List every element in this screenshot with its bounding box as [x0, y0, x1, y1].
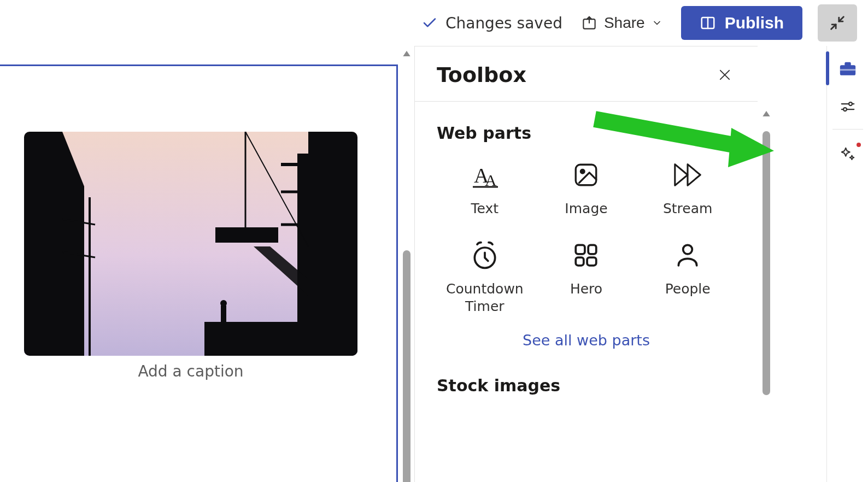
svg-point-42: [849, 102, 852, 105]
svg-rect-35: [588, 257, 597, 266]
webpart-text[interactable]: A A Text: [437, 159, 533, 218]
svg-rect-39: [844, 62, 851, 66]
chevron-down-icon: [652, 17, 662, 28]
svg-rect-40: [840, 69, 855, 70]
publish-label: Publish: [725, 14, 784, 32]
scroll-up-icon: [761, 108, 772, 119]
webparts-grid: A A Text Image: [437, 159, 736, 315]
svg-rect-14: [215, 227, 278, 243]
svg-marker-21: [403, 51, 410, 56]
svg-rect-15: [204, 326, 357, 356]
people-icon: [671, 240, 704, 271]
webpart-label: Stream: [663, 200, 712, 217]
svg-rect-33: [589, 245, 597, 255]
scroll-up-icon: [401, 48, 412, 59]
text-icon: A A: [468, 160, 501, 190]
webpart-label: Text: [471, 200, 499, 217]
toolbox-panel: Toolbox Web parts A A Text: [414, 46, 758, 482]
image-caption-input[interactable]: Add a caption: [24, 362, 357, 380]
svg-marker-37: [763, 111, 770, 116]
svg-rect-17: [221, 305, 226, 324]
webpart-label: Countdown Timer: [440, 280, 530, 315]
publish-button[interactable]: Publish: [681, 6, 802, 40]
rail-settings-tab[interactable]: [828, 87, 867, 126]
save-status-text: Changes saved: [445, 14, 562, 32]
toolbox-header: Toolbox: [415, 46, 758, 102]
clock-icon: [468, 240, 501, 271]
webpart-image[interactable]: Image: [538, 159, 635, 218]
webpart-label: Hero: [570, 280, 602, 297]
notification-dot-icon: [857, 143, 861, 147]
svg-point-28: [581, 169, 585, 173]
collapse-icon: [828, 14, 847, 32]
canvas-scrollbar[interactable]: [401, 48, 412, 482]
webparts-heading: Web parts: [437, 124, 736, 143]
editor-canvas[interactable]: Add a caption: [0, 64, 398, 482]
share-button[interactable]: Share: [578, 14, 666, 32]
image-webpart[interactable]: [24, 132, 357, 356]
stock-images-heading: Stock images: [437, 376, 736, 395]
checkmark-icon: [421, 15, 438, 31]
share-icon: [581, 15, 597, 31]
share-label: Share: [604, 14, 645, 32]
rail-separator: [832, 129, 863, 130]
right-rail: [826, 46, 868, 482]
webpart-people[interactable]: People: [640, 239, 736, 315]
webpart-hero[interactable]: Hero: [538, 239, 635, 315]
svg-rect-4: [73, 203, 75, 356]
scrollbar-thumb[interactable]: [763, 131, 770, 395]
webpart-stream[interactable]: Stream: [640, 159, 736, 218]
sparkle-icon: [840, 146, 856, 162]
image-icon: [570, 160, 602, 190]
svg-marker-30: [688, 164, 700, 186]
rail-toolbox-tab[interactable]: [828, 49, 867, 87]
toolbox-rail-icon: [838, 60, 857, 77]
panel-scrollbar[interactable]: [761, 108, 772, 395]
rail-ideas-tab[interactable]: [828, 135, 867, 173]
svg-rect-34: [576, 257, 584, 266]
sliders-icon: [839, 98, 857, 115]
save-status: Changes saved: [421, 14, 562, 32]
scrollbar-thumb[interactable]: [403, 250, 410, 482]
svg-rect-16: [204, 322, 357, 326]
toolbox-body: Web parts A A Text: [415, 102, 758, 395]
top-command-bar: Changes saved Share Publish: [0, 0, 868, 46]
webpart-label: Image: [565, 200, 607, 217]
svg-point-44: [843, 108, 847, 111]
webpart-label: People: [665, 280, 711, 297]
svg-point-36: [683, 245, 693, 255]
close-panel-button[interactable]: [714, 64, 736, 86]
svg-rect-5: [89, 197, 91, 356]
svg-rect-32: [576, 245, 585, 255]
svg-marker-29: [675, 164, 688, 186]
collapse-button[interactable]: [818, 4, 857, 42]
hero-icon: [570, 240, 602, 271]
webpart-countdown-timer[interactable]: Countdown Timer: [437, 239, 533, 315]
toolbox-title: Toolbox: [437, 63, 526, 87]
svg-point-18: [220, 300, 227, 307]
stream-icon: [671, 160, 704, 190]
close-icon: [717, 67, 732, 83]
book-open-icon: [700, 15, 716, 31]
see-all-webparts-link[interactable]: See all web parts: [437, 332, 736, 349]
